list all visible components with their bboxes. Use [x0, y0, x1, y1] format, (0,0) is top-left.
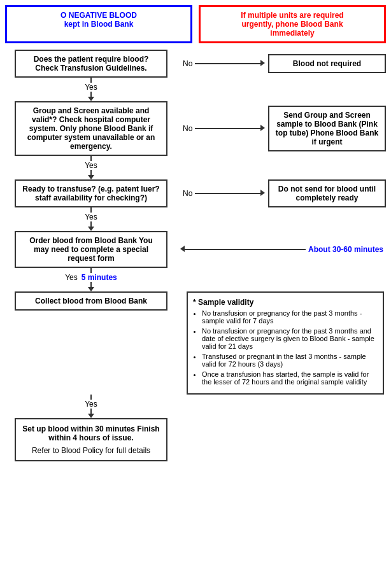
- step3-yes-label: Yes: [85, 213, 97, 221]
- step6-action-box: Set up blood within 30 minutes Finish wi…: [15, 418, 167, 461]
- banner-urgent-line2: urgently, phone Blood Bank: [241, 20, 343, 29]
- step3-no-arrow: [195, 189, 265, 198]
- step3-v-line-bot: [90, 221, 92, 227]
- step1-left: Does the patient require blood? Check Tr…: [5, 50, 177, 78]
- step2-v-line-bot: [90, 170, 92, 175]
- banner-o-negative: O NEGATIVE BLOOD kept in Blood Bank: [5, 5, 192, 43]
- step2-yes-label: Yes: [85, 161, 97, 170]
- step2-yes-col: Yes: [5, 156, 177, 179]
- step3-arrow-right: [260, 189, 265, 198]
- step5-yes-connector: Yes: [5, 395, 386, 418]
- step4-yes-connector: Yes 5 minutes: [5, 268, 386, 291]
- step4-left: Order blood from Blood Bank You may need…: [5, 231, 177, 268]
- step2-v-connector: Yes: [15, 156, 167, 179]
- step1-row: Does the patient require blood? Check Tr…: [5, 50, 386, 78]
- step4-action: Order blood from Blood Bank You may need…: [29, 236, 153, 263]
- step1-yes-col: Yes: [5, 78, 177, 101]
- step6-left: Set up blood within 30 minutes Finish wi…: [5, 418, 177, 461]
- step6-action: Set up blood within 30 minutes Finish wi…: [21, 424, 161, 442]
- step1-h-line: [195, 63, 260, 64]
- step5-v-connector: Yes: [15, 395, 167, 418]
- step5-left: Collect blood from Blood Bank: [5, 291, 177, 311]
- banner-urgent-line3: immediately: [270, 29, 314, 38]
- validity-title: * Sample validity: [193, 298, 253, 307]
- step4-action-box: Order blood from Blood Bank You may need…: [15, 231, 167, 268]
- step1-no-result: Blood not required: [293, 59, 361, 68]
- step2-no-arrow: [195, 124, 265, 133]
- step2-question-box: Group and Screen available and valid*? C…: [15, 101, 167, 156]
- step4-back-label: About 30-60 minutes: [308, 245, 383, 254]
- step3-yes-col: Yes: [5, 207, 177, 231]
- step2-no-label: No: [183, 124, 192, 133]
- step2-left: Group and Screen available and valid*? C…: [5, 101, 177, 156]
- step2-question: Group and Screen available and valid*? C…: [27, 106, 155, 151]
- step4-v-line-bot: [90, 282, 92, 287]
- step2-no-result: Send Group and Screen sample to Blood Ba…: [276, 111, 378, 146]
- step2-v-arrow: [88, 175, 94, 179]
- step4-v-line-top: [90, 268, 92, 273]
- step4-time-label: 5 minutes: [82, 273, 117, 282]
- step1-v-line-top: [90, 78, 92, 83]
- banner-urgent: If multiple units are required urgently,…: [199, 5, 386, 43]
- step4-v-connector: Yes 5 minutes: [15, 268, 167, 291]
- step1-no-label: No: [183, 59, 192, 68]
- step1-question: Does the patient require blood? Check Tr…: [34, 55, 149, 73]
- validity-item-2: Transfused or pregnant in the last 3 mon…: [202, 353, 378, 368]
- step4-arrow-left: [180, 245, 185, 254]
- step1-arrow-right: [260, 59, 265, 68]
- flowchart: Does the patient require blood? Check Tr…: [5, 50, 386, 461]
- step4-yes-label: Yes: [65, 273, 78, 282]
- step3-v-connector: Yes: [15, 207, 167, 231]
- validity-list: No transfusion or pregnancy for the past…: [193, 309, 378, 386]
- step1-yes-connector: Yes: [5, 78, 386, 101]
- step3-h-line: [195, 193, 260, 194]
- step1-yes-label: Yes: [85, 83, 97, 92]
- step2-row: Group and Screen available and valid*? C…: [5, 101, 386, 156]
- step3-left: Ready to transfuse? (e.g. patent luer? s…: [5, 179, 177, 207]
- step5-yes-col: Yes: [5, 395, 177, 418]
- step6-row: Set up blood within 30 minutes Finish wi…: [5, 418, 386, 461]
- step1-no-arrow: [195, 59, 265, 68]
- step5-action-box: Collect blood from Blood Bank: [15, 291, 167, 311]
- validity-item-3: Once a transfusion has started, the samp…: [202, 370, 378, 386]
- validity-item-1: No transfusion or pregnancy for the past…: [202, 327, 378, 350]
- step1-no-result-box: Blood not required: [268, 54, 386, 73]
- step4-back-branch: About 30-60 minutes: [177, 231, 386, 268]
- step3-no-label: No: [183, 189, 192, 198]
- step1-question-box: Does the patient require blood? Check Tr…: [15, 50, 167, 78]
- banner-urgent-line1: If multiple units are required: [241, 11, 343, 20]
- step3-v-arrow: [88, 227, 94, 231]
- step4-back-arrow: [180, 245, 306, 254]
- step5-v-arrow: [88, 414, 94, 418]
- top-banners: O NEGATIVE BLOOD kept in Blood Bank If m…: [5, 5, 386, 43]
- step1-v-arrow: [88, 97, 94, 101]
- step2-v-line-top: [90, 156, 92, 161]
- validity-box: * Sample validity No transfusion or preg…: [187, 291, 384, 395]
- page: O NEGATIVE BLOOD kept in Blood Bank If m…: [5, 5, 386, 461]
- banner-o-negative-line1: O NEGATIVE BLOOD: [60, 11, 137, 20]
- step1-no-branch: No Blood not required: [177, 50, 386, 78]
- step2-yes-connector: Yes: [5, 156, 386, 179]
- step3-question-box: Ready to transfuse? (e.g. patent luer? s…: [15, 179, 167, 207]
- step2-no-branch: No Send Group and Screen sample to Blood…: [177, 101, 386, 156]
- step4-yes-col: Yes 5 minutes: [5, 268, 177, 291]
- step6-note: Refer to Blood Policy for full details: [21, 446, 161, 455]
- step5-row: Collect blood from Blood Bank * Sample v…: [5, 291, 386, 395]
- step3-v-line-top: [90, 207, 92, 213]
- step2-arrow-right: [260, 124, 265, 133]
- step3-no-branch: No Do not send for blood until completel…: [177, 179, 386, 207]
- step1-v-connector: Yes: [15, 78, 167, 101]
- step2-no-result-box: Send Group and Screen sample to Blood Ba…: [268, 106, 386, 151]
- step5-yes-label: Yes: [85, 400, 97, 409]
- banner-o-negative-line2: kept in Blood Bank: [64, 20, 134, 29]
- step4-row: Order blood from Blood Bank You may need…: [5, 231, 386, 268]
- step5-v-line-bot: [90, 409, 92, 414]
- step3-yes-connector: Yes: [5, 207, 386, 231]
- step3-row: Ready to transfuse? (e.g. patent luer? s…: [5, 179, 386, 207]
- step4-h-line: [185, 249, 306, 250]
- step1-v-line-bot: [90, 92, 92, 97]
- validity-item-0: No transfusion or pregnancy for the past…: [202, 309, 378, 325]
- validity-section: * Sample validity No transfusion or preg…: [177, 291, 386, 395]
- step3-no-result-box: Do not send for blood until completely r…: [268, 179, 386, 207]
- step3-no-result: Do not send for blood until completely r…: [278, 185, 376, 202]
